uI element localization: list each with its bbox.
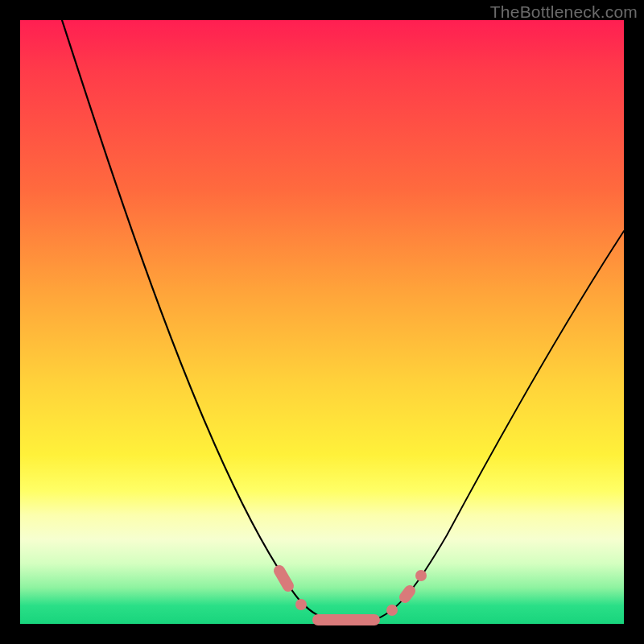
bead-right-capsule bbox=[405, 591, 410, 597]
bead-right-upper bbox=[415, 570, 427, 581]
watermark-text: TheBottleneck.com bbox=[490, 2, 638, 22]
curve-svg bbox=[20, 20, 624, 624]
curve-left-branch bbox=[62, 20, 326, 619]
bead-left-lower bbox=[295, 599, 307, 610]
plot-area bbox=[20, 20, 624, 624]
chart-frame: TheBottleneck.com bbox=[0, 0, 644, 644]
bead-right-lower bbox=[386, 605, 398, 616]
curve-right-branch bbox=[374, 231, 624, 620]
bead-left-upper-capsule bbox=[279, 571, 288, 586]
